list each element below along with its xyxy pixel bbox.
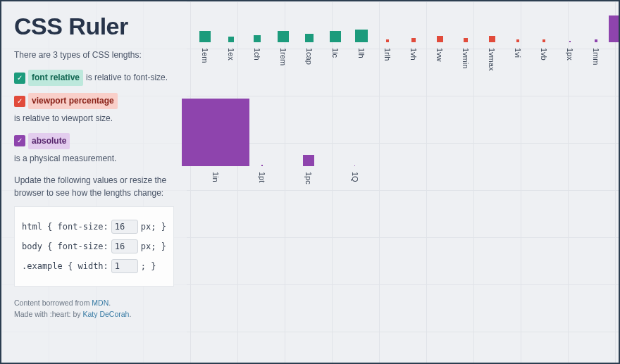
unit-label: 1ex — [227, 48, 235, 73]
unit-swatch — [411, 38, 416, 42]
code-text: px; } — [141, 241, 166, 251]
unit-swatch — [254, 35, 261, 42]
footer-text: . — [108, 299, 111, 307]
unit-label: 1vi — [514, 48, 522, 73]
unit-label: 1mm — [592, 48, 600, 73]
unit-cell: 1Q — [332, 165, 378, 190]
unit-label: 1in — [211, 172, 220, 190]
unit-swatch — [199, 31, 211, 42]
instruction-text: Update the following values or resize th… — [14, 174, 174, 199]
unit-cell: 1vmax — [479, 36, 505, 73]
unit-swatch — [228, 37, 234, 42]
code-text: .example { width: — [22, 261, 108, 271]
unit-swatch — [303, 155, 314, 166]
code-text: html { font-size: — [22, 222, 108, 232]
legend-font-relative: ✓ font relative is relative to font-size… — [14, 70, 174, 86]
unit-swatch — [489, 36, 495, 42]
check-icon[interactable]: ✓ — [14, 96, 25, 107]
unit-cell: 1ch — [244, 35, 271, 73]
unit-swatch — [464, 38, 468, 42]
unit-row-1: 1em1ex1ch1rem1cap1ic1lh1rlh1vh1vw1vmin1v… — [187, 15, 620, 73]
unit-label: 1vw — [435, 48, 444, 73]
author-link[interactable]: Katy DeCorah — [82, 310, 129, 318]
code-box: html { font-size: px; } body { font-size… — [14, 206, 174, 287]
legend-label-absolute: absolute — [28, 133, 70, 149]
unit-cell: 1rlh — [375, 39, 401, 73]
page-title: CSS Ruler — [14, 13, 174, 40]
unit-swatch — [182, 99, 249, 166]
unit-label: 1ch — [253, 48, 261, 73]
unit-label: 1pc — [304, 172, 313, 190]
footer-text: Content borrowed from — [14, 299, 92, 307]
unit-label: 1px — [566, 48, 574, 73]
unit-swatch — [278, 31, 289, 42]
unit-swatch — [261, 165, 263, 166]
unit-cell: 1vmin — [453, 38, 479, 73]
unit-swatch — [542, 39, 545, 42]
unit-swatch — [569, 41, 571, 42]
code-text: ; } — [141, 261, 156, 271]
unit-cell: 1ex — [218, 37, 244, 73]
mdn-link[interactable]: MDN — [92, 299, 108, 307]
unit-label: 1vh — [409, 48, 418, 73]
legend-desc-absolute: is a physical measurement. — [14, 152, 116, 165]
unit-cell: 1em — [192, 31, 218, 73]
unit-label: 1Q — [351, 172, 359, 190]
unit-swatch — [609, 15, 620, 42]
legend-absolute: ✓ absolute is a physical measurement. — [14, 133, 174, 165]
unit-cell: 1lh — [349, 30, 375, 73]
unit-cell: 1in — [192, 99, 239, 190]
unit-label: 1vmin — [461, 48, 470, 73]
unit-label: 1rem — [279, 48, 287, 73]
unit-cell: 1cap — [297, 34, 323, 73]
unit-swatch — [437, 36, 443, 42]
unit-label: 1ic — [331, 48, 340, 73]
legend-viewport: ✓ viewport percentage is relative to vie… — [14, 93, 174, 125]
footer-text: . — [129, 310, 131, 318]
unit-cell: 1rem — [271, 31, 297, 73]
footer-text: Made with :heart: by — [14, 310, 82, 318]
unit-label: 1lh — [357, 48, 366, 73]
code-line-body: body { font-size: px; } — [22, 239, 166, 253]
unit-label: 1vmax — [488, 48, 496, 73]
unit-swatch — [386, 39, 389, 42]
html-fontsize-input[interactable] — [111, 220, 138, 234]
unit-cell: 1ic — [323, 31, 349, 73]
sidebar: CSS Ruler There are 3 types of CSS lengt… — [1, 1, 187, 363]
unit-label: 1em — [201, 48, 209, 73]
unit-label: 1vb — [540, 48, 548, 73]
unit-label: 1pt — [258, 172, 266, 190]
code-line-html: html { font-size: px; } — [22, 220, 166, 234]
unit-swatch — [355, 30, 368, 42]
unit-cell: 1pc — [285, 155, 332, 190]
unit-swatch — [330, 31, 341, 42]
unit-cell: 1vw — [427, 36, 453, 73]
legend-desc-font: is relative to font-size. — [86, 71, 168, 84]
intro-text: There are 3 types of CSS lengths: — [14, 50, 174, 60]
code-text: body { font-size: — [22, 241, 108, 251]
legend-label-font: font relative — [28, 70, 83, 86]
unit-cell: 1vh — [401, 38, 427, 73]
unit-cell: 1vi — [505, 39, 531, 73]
unit-swatch — [354, 165, 355, 166]
unit-swatch — [305, 34, 314, 42]
unit-cell: 1vb — [531, 39, 557, 73]
unit-cell: 1cm — [609, 15, 620, 73]
unit-swatch — [595, 39, 597, 42]
example-width-input[interactable] — [111, 259, 138, 273]
unit-cell: 1pt — [239, 165, 285, 190]
layout: CSS Ruler There are 3 types of CSS lengt… — [1, 1, 619, 363]
unit-row-2: 1in1pt1pc1Q — [187, 73, 620, 190]
unit-swatch — [516, 39, 519, 42]
unit-cell: 1px — [557, 41, 583, 73]
unit-label: 1cap — [305, 48, 314, 73]
check-icon[interactable]: ✓ — [14, 73, 25, 84]
check-icon[interactable]: ✓ — [14, 135, 25, 146]
code-text: px; } — [141, 222, 166, 232]
body-fontsize-input[interactable] — [111, 239, 138, 253]
legend-label-viewport: viewport percentage — [28, 93, 118, 109]
legend-desc-viewport: is relative to viewport size. — [14, 112, 113, 125]
footer: Content borrowed from MDN. Made with :he… — [14, 298, 174, 320]
code-line-example: .example { width: ; } — [22, 259, 166, 273]
unit-cell: 1mm — [583, 39, 609, 73]
